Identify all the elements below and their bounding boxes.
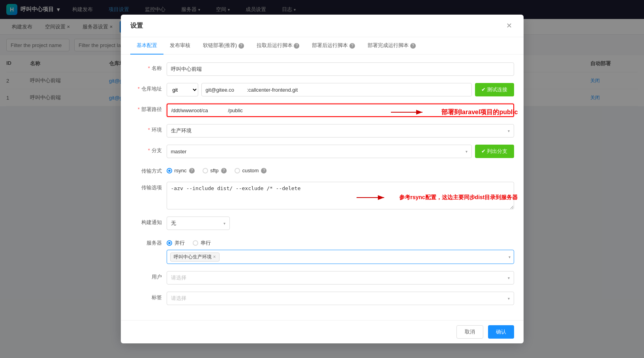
branch-select[interactable]: master ▾ bbox=[167, 145, 472, 158]
tab-publish-review[interactable]: 发布审核 bbox=[163, 37, 197, 55]
env-label: 环境 bbox=[130, 124, 162, 134]
sftp-help-icon[interactable]: ? bbox=[221, 168, 227, 173]
notif-select[interactable]: 无 ▾ bbox=[167, 217, 230, 230]
list-branch-button[interactable]: ✔ 列出分支 bbox=[475, 145, 514, 158]
modal-tabs: 基本配置 发布审核 软链部署(推荐) ? 拉取后运行脚本 ? 部署后运行脚本 ?… bbox=[121, 37, 524, 55]
form-row-name: 名称 bbox=[130, 62, 514, 76]
radio-serial-label: 串行 bbox=[201, 239, 211, 247]
repo-row: git ✔ 测试连接 bbox=[167, 83, 514, 96]
radio-rsync-label: rsync bbox=[175, 168, 187, 173]
custom-help-icon[interactable]: ? bbox=[261, 168, 267, 173]
test-connection-button[interactable]: ✔ 测试连接 bbox=[475, 83, 514, 96]
form-row-server: 服务器 并行 串行 呼叫中心生产环境 bbox=[130, 237, 514, 264]
form-row-branch: 分支 master ▾ ✔ 列出分支 bbox=[130, 145, 514, 158]
confirm-button[interactable]: 确认 bbox=[488, 325, 514, 339]
branch-dropdown-arrow: ▾ bbox=[466, 149, 468, 154]
tab-post-deploy-help[interactable]: ? bbox=[349, 43, 355, 49]
env-select[interactable]: 生产环境 ▾ bbox=[167, 124, 514, 138]
transfer-opts-textarea[interactable] bbox=[167, 182, 514, 209]
notif-label: 构建通知 bbox=[130, 217, 162, 226]
transfer-label: 传输方式 bbox=[130, 165, 162, 175]
cancel-button[interactable]: 取消 bbox=[456, 325, 483, 339]
server-select-arrow: ▾ bbox=[509, 255, 511, 259]
tag-placeholder: 请选择 bbox=[171, 295, 186, 302]
radio-custom-circle bbox=[235, 168, 240, 173]
server-section: 并行 串行 呼叫中心生产环境 × ▾ bbox=[167, 237, 514, 264]
radio-rsync-circle bbox=[167, 168, 172, 173]
tab-complete-script[interactable]: 部署完成运行脚本 ? bbox=[361, 37, 422, 55]
form-row-tag: 标签 请选择 ▾ bbox=[130, 292, 514, 305]
branch-label: 分支 bbox=[130, 145, 162, 154]
rsync-help-icon[interactable]: ? bbox=[189, 168, 195, 173]
form-row-transfer-opts: 传输选项 bbox=[130, 182, 514, 209]
tab-pull-script[interactable]: 拉取后运行脚本 ? bbox=[250, 37, 306, 55]
tab-basic-config[interactable]: 基本配置 bbox=[130, 37, 163, 55]
form-row-repo: 仓库地址 git ✔ 测试连接 bbox=[130, 83, 514, 96]
tab-pull-script-help[interactable]: ? bbox=[294, 43, 299, 49]
name-label: 名称 bbox=[130, 62, 162, 72]
server-radio-group: 并行 串行 bbox=[167, 237, 514, 247]
name-input[interactable] bbox=[167, 62, 514, 76]
tab-soft-deploy-help[interactable]: ? bbox=[238, 43, 244, 49]
server-tag-remove[interactable]: × bbox=[213, 254, 216, 260]
modal-title: 设置 bbox=[130, 22, 143, 30]
user-select[interactable]: 请选择 ▾ bbox=[167, 271, 514, 285]
tag-arrow: ▾ bbox=[508, 296, 510, 301]
branch-value: master bbox=[171, 149, 187, 155]
user-placeholder: 请选择 bbox=[171, 274, 186, 281]
server-select-wrapper[interactable]: 呼叫中心生产环境 × ▾ bbox=[167, 250, 514, 264]
form-row-env: 环境 生产环境 ▾ bbox=[130, 124, 514, 138]
notif-arrow: ▾ bbox=[223, 221, 225, 226]
form-row-notif: 构建通知 无 ▾ bbox=[130, 217, 514, 230]
radio-rsync[interactable]: rsync ? bbox=[167, 168, 195, 173]
user-arrow: ▾ bbox=[508, 276, 510, 280]
radio-custom-label: custom bbox=[242, 168, 259, 173]
repo-type-select[interactable]: git bbox=[167, 83, 198, 96]
radio-serial-circle bbox=[193, 240, 198, 246]
user-label: 用户 bbox=[130, 271, 162, 281]
radio-serial[interactable]: 串行 bbox=[193, 239, 211, 247]
radio-parallel[interactable]: 并行 bbox=[167, 239, 185, 247]
env-dropdown-arrow: ▾ bbox=[508, 129, 510, 133]
radio-sftp-circle bbox=[203, 168, 208, 173]
radio-parallel-label: 并行 bbox=[175, 239, 185, 247]
radio-sftp[interactable]: sftp ? bbox=[203, 168, 227, 173]
repo-label: 仓库地址 bbox=[130, 83, 162, 92]
radio-custom[interactable]: custom ? bbox=[235, 168, 267, 173]
tag-select[interactable]: 请选择 ▾ bbox=[167, 292, 514, 305]
notif-value: 无 bbox=[171, 220, 176, 227]
tag-label: 标签 bbox=[130, 292, 162, 301]
tab-soft-deploy[interactable]: 软链部署(推荐) ? bbox=[197, 37, 250, 55]
tab-post-deploy-script[interactable]: 部署后运行脚本 ? bbox=[306, 37, 361, 55]
settings-modal: 设置 ✕ 基本配置 发布审核 软链部署(推荐) ? 拉取后运行脚本 ? 部署后运… bbox=[121, 15, 524, 343]
radio-parallel-circle bbox=[167, 240, 172, 246]
modal-body: 名称 仓库地址 git ✔ 测试连接 部署路径 bbox=[121, 55, 524, 320]
form-row-deploy-path-container: 部署路径 部署到laravel项目的public bbox=[130, 104, 514, 117]
server-tag-callcenter[interactable]: 呼叫中心生产环境 × bbox=[170, 252, 220, 262]
deploy-path-label: 部署路径 bbox=[130, 104, 162, 113]
modal-close-button[interactable]: ✕ bbox=[505, 21, 514, 30]
transfer-opts-label: 传输选项 bbox=[130, 182, 162, 191]
tab-complete-help[interactable]: ? bbox=[410, 43, 416, 49]
deploy-path-input[interactable] bbox=[167, 104, 514, 117]
form-row-user: 用户 请选择 ▾ bbox=[130, 271, 514, 285]
repo-url-input[interactable] bbox=[201, 83, 472, 96]
transfer-radio-group: rsync ? sftp ? custom ? bbox=[167, 165, 514, 173]
form-row-transfer: 传输方式 rsync ? sftp ? custom bbox=[130, 165, 514, 175]
modal-footer: 取消 确认 bbox=[121, 320, 524, 343]
modal-overlay: 设置 ✕ 基本配置 发布审核 软链部署(推荐) ? 拉取后运行脚本 ? 部署后运… bbox=[0, 0, 644, 358]
form-row-transfer-opts-container: 传输选项 参考rsync配置，这边主要同步dist目录到服务器 bbox=[130, 182, 514, 209]
env-value: 生产环境 bbox=[171, 127, 192, 134]
form-row-deploy-path: 部署路径 bbox=[130, 104, 514, 117]
radio-sftp-label: sftp bbox=[210, 168, 219, 173]
list-branch-label: ✔ 列出分支 bbox=[481, 148, 508, 155]
server-label: 服务器 bbox=[130, 237, 162, 247]
modal-header: 设置 ✕ bbox=[121, 15, 524, 37]
branch-row: master ▾ ✔ 列出分支 bbox=[167, 145, 514, 158]
server-tag-label: 呼叫中心生产环境 bbox=[174, 254, 212, 260]
test-connection-label: ✔ 测试连接 bbox=[481, 86, 508, 93]
